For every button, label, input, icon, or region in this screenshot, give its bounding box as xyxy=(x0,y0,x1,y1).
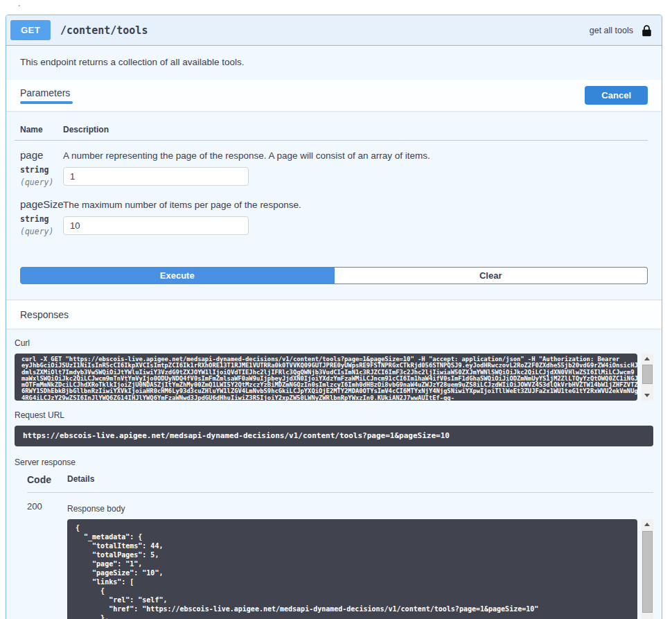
scrollbar-up-arrow-icon[interactable] xyxy=(642,519,653,530)
response-body-block[interactable]: { "_metadata": { "totalItems": 44, "tota… xyxy=(67,519,637,619)
parameter-name: pageSize xyxy=(20,198,63,210)
stray-dot: . xyxy=(18,0,20,8)
server-response-row: 200 Response body { "_metadata": { "tota… xyxy=(27,493,653,619)
curl-scrollbar[interactable] xyxy=(642,354,653,401)
endpoint-summary: get all tools xyxy=(590,26,633,35)
parameters-table: Name Description page string (query) A n… xyxy=(6,111,662,241)
response-body-row: { "_metadata": { "totalItems": 44, "tota… xyxy=(67,519,653,619)
tab-parameters[interactable]: Parameters xyxy=(20,87,70,104)
endpoint-description: This endpoint returns a collection of al… xyxy=(6,46,662,80)
parameter-name: page xyxy=(20,149,63,161)
curl-label: Curl xyxy=(15,338,653,348)
curl-row: curl -X GET "https://ebscois-live.apigee… xyxy=(15,354,653,401)
response-body-label: Response body xyxy=(67,504,653,514)
parameter-description: A number representing the page of the re… xyxy=(63,150,648,161)
scrollbar-thumb[interactable] xyxy=(642,365,653,384)
parameter-type: string xyxy=(20,165,63,175)
status-code: 200 xyxy=(27,501,67,619)
scrollbar-down-arrow-icon[interactable] xyxy=(642,390,653,401)
execute-wrapper: Execute Clear xyxy=(6,241,662,299)
operation-summary[interactable]: GET /content/tools get all tools xyxy=(6,15,662,46)
scrollbar-thumb[interactable] xyxy=(642,531,653,613)
execute-button[interactable]: Execute xyxy=(20,267,335,284)
column-header-details: Details xyxy=(67,474,653,485)
parameter-row-page: page string (query) A number representin… xyxy=(15,141,648,190)
response-body-scrollbar[interactable] xyxy=(642,519,653,619)
parameter-description: The maximum number of items per page of … xyxy=(63,200,648,210)
cancel-button[interactable]: Cancel xyxy=(585,86,648,105)
responses-inner: Curl curl -X GET "https://ebscois-live.a… xyxy=(6,329,662,619)
column-header-name: Name xyxy=(20,125,63,134)
endpoint-path[interactable]: /content/tools xyxy=(60,24,590,37)
responses-title: Responses xyxy=(20,309,69,320)
http-method-badge: GET xyxy=(10,20,51,40)
curl-command-block[interactable]: curl -X GET "https://ebscois-live.apigee… xyxy=(15,354,637,401)
parameter-type: string xyxy=(20,214,63,224)
tab-active-underline xyxy=(20,101,73,104)
page-input[interactable] xyxy=(63,167,249,186)
request-url-block: https://ebscois-live.apigee.net/medsapi-… xyxy=(15,426,653,446)
parameters-section-header: Parameters Cancel xyxy=(6,80,662,111)
server-response-table-header: Code Details xyxy=(27,474,653,493)
tab-parameters-label: Parameters xyxy=(20,87,70,98)
parameter-location: (query) xyxy=(20,227,63,236)
server-response-table: Code Details 200 Response body { "_metad… xyxy=(15,474,653,619)
column-header-code: Code xyxy=(27,474,67,485)
scrollbar-up-arrow-icon[interactable] xyxy=(642,354,653,364)
lock-icon[interactable] xyxy=(642,24,652,37)
parameter-row-pageSize: pageSize string (query) The maximum numb… xyxy=(15,190,648,239)
clear-button[interactable]: Clear xyxy=(335,267,648,284)
request-url-label: Request URL xyxy=(15,410,653,420)
pageSize-input[interactable] xyxy=(63,216,249,235)
column-header-description: Description xyxy=(63,125,648,134)
operation-block-get-content-tools: GET /content/tools get all tools This en… xyxy=(6,15,662,619)
parameter-location: (query) xyxy=(20,177,63,187)
server-response-label: Server response xyxy=(15,457,653,467)
responses-section-header: Responses xyxy=(6,301,662,329)
parameters-table-header: Name Description xyxy=(15,121,648,141)
